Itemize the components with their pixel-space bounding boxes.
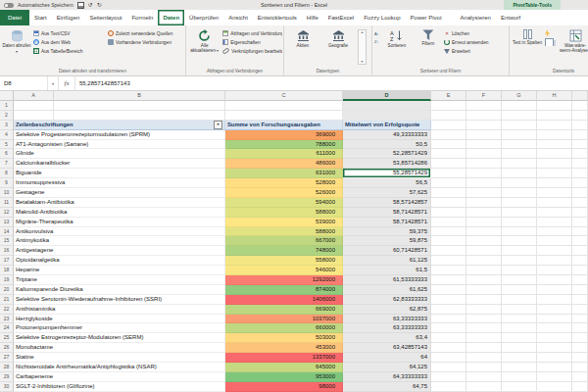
success-rate-cell[interactable]: 63,4: [343, 333, 431, 343]
cell[interactable]: [502, 121, 537, 130]
column-header-e[interactable]: E: [431, 91, 466, 101]
save-icon[interactable]: [77, 2, 84, 9]
what-if-analysis-button[interactable]: Was-wäre-wenn-Analyse: [559, 27, 588, 54]
success-rate-cell[interactable]: 64,75: [343, 382, 431, 392]
row-header-26[interactable]: 26: [0, 343, 14, 353]
success-rate-cell[interactable]: 59,875: [343, 236, 431, 246]
pivot-row-label[interactable]: Antimykotika: [14, 236, 225, 246]
queries-connections-button[interactable]: Abfragen und Verbindungen: [222, 29, 282, 37]
pivot-row-label[interactable]: Triptane: [14, 275, 225, 285]
cell-a2[interactable]: [14, 111, 54, 121]
pivot-row-label[interactable]: Antikonvulsiva: [14, 227, 225, 237]
cell-c1[interactable]: [225, 101, 343, 111]
research-sum-cell[interactable]: 369000: [225, 130, 343, 140]
cell[interactable]: [502, 305, 537, 315]
research-sum-cell[interactable]: 631000: [225, 169, 343, 178]
cell[interactable]: [537, 256, 572, 266]
research-sum-cell[interactable]: 453000: [225, 343, 343, 353]
cell[interactable]: [537, 236, 572, 246]
row-header-21[interactable]: 21: [0, 295, 14, 305]
cell[interactable]: [537, 111, 572, 121]
cell[interactable]: [466, 101, 502, 111]
row-header-15[interactable]: 15: [0, 236, 14, 246]
cell[interactable]: [537, 305, 572, 315]
research-sum-cell[interactable]: 748000: [225, 246, 343, 256]
from-table-range-button[interactable]: Aus Tabelle/Bereich: [33, 47, 106, 55]
row-header-25[interactable]: 25: [0, 333, 14, 343]
filter-button[interactable]: Filtern: [415, 27, 442, 46]
name-box[interactable]: D8: [0, 76, 48, 90]
cell[interactable]: [431, 121, 466, 130]
success-rate-cell[interactable]: 52,28571429: [343, 149, 431, 159]
row-header-2[interactable]: 2: [0, 111, 14, 121]
row-header-24[interactable]: 24: [0, 323, 14, 333]
row-header-16[interactable]: 16: [0, 246, 14, 256]
success-rate-cell[interactable]: 57,625: [343, 188, 431, 198]
cell[interactable]: [431, 295, 466, 305]
cell-b2[interactable]: [54, 111, 225, 121]
success-rate-cell[interactable]: 63,33333333: [343, 315, 431, 324]
tab-formeln[interactable]: Formeln: [126, 10, 158, 25]
pivot-row-label[interactable]: Biguanide: [14, 169, 225, 178]
cell[interactable]: [431, 149, 466, 159]
pivot-header-sum[interactable]: Summe von Forschungsausgaben: [225, 121, 343, 130]
undo-icon[interactable]: ↺: [88, 0, 93, 10]
cell[interactable]: [502, 218, 537, 227]
cell[interactable]: [431, 363, 466, 372]
cell[interactable]: [502, 323, 537, 333]
pivot-row-label[interactable]: AT1-Antagonisten (Sartane): [14, 140, 225, 150]
cell[interactable]: [502, 130, 537, 140]
cell-c2[interactable]: [225, 111, 343, 121]
pivot-row-label[interactable]: Calciumkanalblocker: [14, 159, 225, 169]
cell[interactable]: [537, 198, 572, 208]
pivot-row-label[interactable]: Gestagene: [14, 188, 225, 198]
success-rate-cell[interactable]: 58,71428571: [343, 208, 431, 218]
pivot-row-label[interactable]: Monobactame: [14, 343, 225, 353]
cell[interactable]: [537, 188, 572, 198]
cell[interactable]: [537, 333, 572, 343]
cell[interactable]: [466, 149, 502, 159]
cell[interactable]: [502, 111, 537, 121]
cell[interactable]: [431, 246, 466, 256]
cell-d2[interactable]: [343, 111, 431, 121]
cell[interactable]: [431, 256, 466, 266]
pivot-row-label[interactable]: Selektive Estrogenrezeptor-Modulatoren (…: [14, 333, 225, 343]
cell[interactable]: [537, 130, 572, 140]
column-header-g[interactable]: G: [502, 91, 537, 101]
cell[interactable]: [537, 149, 572, 159]
cell[interactable]: [466, 333, 502, 343]
cell[interactable]: [502, 275, 537, 285]
get-data-button[interactable]: Daten abrufen: [2, 27, 31, 54]
recent-sources-button[interactable]: Zuletzt verwendete Quellen: [108, 29, 184, 37]
cell[interactable]: [431, 285, 466, 295]
properties-button[interactable]: Eigenschaften: [222, 38, 282, 46]
success-rate-cell[interactable]: 63,33333333: [343, 323, 431, 333]
pivot-row-label[interactable]: Opioidanalgetika: [14, 256, 225, 266]
cell[interactable]: [466, 266, 502, 275]
pivot-row-label[interactable]: Antigestagene: [14, 246, 225, 256]
cell[interactable]: [537, 178, 572, 188]
cell[interactable]: [502, 343, 537, 353]
success-rate-cell[interactable]: 62,875: [343, 305, 431, 315]
cell[interactable]: [537, 140, 572, 150]
success-rate-cell[interactable]: 49,33333333: [343, 130, 431, 140]
cell[interactable]: [431, 111, 466, 121]
row-header-9[interactable]: 9: [0, 178, 14, 188]
cell[interactable]: [466, 236, 502, 246]
tab-power-pivot[interactable]: Power Pivot: [406, 10, 447, 25]
research-sum-cell[interactable]: 588000: [225, 208, 343, 218]
text-to-columns-button[interactable]: Text in Spalten: [512, 27, 543, 45]
remove-duplicates-button[interactable]: [545, 38, 557, 46]
pivot-row-label[interactable]: Protonenpumpenhemmer: [14, 323, 225, 333]
cell[interactable]: [537, 266, 572, 275]
cell[interactable]: [466, 363, 502, 372]
row-header-28[interactable]: 28: [0, 363, 14, 372]
research-sum-cell[interactable]: 1406000: [225, 295, 343, 305]
cell[interactable]: [502, 188, 537, 198]
cell[interactable]: [537, 323, 572, 333]
cell[interactable]: [502, 333, 537, 343]
cell[interactable]: [431, 353, 466, 363]
tab-hilfe[interactable]: Hilfe: [302, 10, 323, 25]
cell[interactable]: [431, 266, 466, 275]
cell[interactable]: [502, 246, 537, 256]
